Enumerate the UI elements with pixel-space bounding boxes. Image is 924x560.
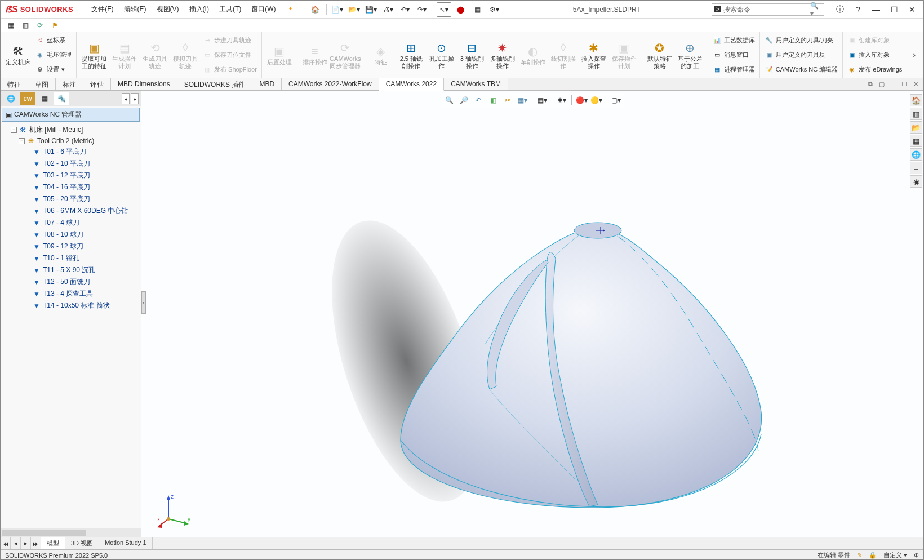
tab-evaluate[interactable]: 评估: [83, 78, 111, 90]
3ax-button[interactable]: ⊟3 轴铣削操作: [457, 33, 487, 77]
tree-machine[interactable]: − 🛠 机床 [Mill - Metric]: [3, 124, 139, 136]
btab-prev[interactable]: ◂: [11, 537, 21, 549]
tree-tool-item[interactable]: ▼T03 - 12 平底刀: [3, 170, 139, 181]
stock-button[interactable]: ◉毛坯管理: [33, 50, 74, 60]
coord-sys-button[interactable]: ↯坐标系: [33, 35, 74, 46]
search-box[interactable]: > 🔍▾: [712, 3, 824, 16]
tree-tool-item[interactable]: ▼T07 - 4 球刀: [3, 217, 139, 229]
25ax-button[interactable]: ⊞2.5 轴铣削操作: [396, 33, 427, 77]
tree-header[interactable]: ▣ CAMWorks NC 管理器: [2, 108, 140, 122]
doc-restore-icon[interactable]: ⧉: [866, 79, 875, 88]
fm-tab-cw[interactable]: cw: [20, 92, 35, 105]
nav-prev[interactable]: ◂: [122, 93, 130, 104]
print-icon[interactable]: 🖨▾: [381, 2, 396, 17]
menu-window[interactable]: 窗口(W): [247, 2, 280, 16]
doc-new-icon[interactable]: ▢: [877, 79, 886, 88]
fm-tab-operation[interactable]: ▦: [37, 92, 52, 105]
tree-crib[interactable]: − ✳ Tool Crib 2 (Metric): [3, 136, 139, 146]
tab-sketch[interactable]: 草图: [28, 78, 56, 90]
graphics-area[interactable]: › 🔍 🔎 ↶ ◧ ✂ ▦▾ ▦▾ ✹▾ 🔴▾ 🟡▾ ▢▾ 🏠 ▥ 📂 ▦ 🌐 …: [141, 91, 923, 537]
tree-tool-item[interactable]: ▼T08 - 10 球刀: [3, 229, 139, 241]
open-icon[interactable]: 📂▾: [347, 2, 362, 17]
view-triad[interactable]: z y x: [157, 491, 197, 530]
menu-help[interactable]: 🔸: [282, 2, 299, 16]
tab-annotation[interactable]: 标注: [56, 78, 83, 90]
menu-view[interactable]: 视图(V): [152, 2, 184, 16]
help-icon[interactable]: ?: [851, 3, 865, 16]
define-machine-button[interactable]: 🛠 定义机床: [3, 33, 33, 77]
tree-tool-item[interactable]: ▼T04 - 16 平底刀: [3, 181, 139, 193]
new-icon[interactable]: 📄▾: [330, 2, 345, 17]
record-icon[interactable]: ⬤: [454, 2, 468, 17]
tree-tool-item[interactable]: ▼T02 - 10 平底刀: [3, 158, 139, 170]
doc-maximize[interactable]: ☐: [900, 79, 909, 88]
default-strategy-button[interactable]: ✪默认特征策略: [645, 33, 675, 77]
save-icon[interactable]: 💾▾: [364, 2, 379, 17]
home-icon[interactable]: 🏠: [308, 2, 323, 17]
tree-tool-item[interactable]: ▼T14 - 10x50 标准 筒状: [3, 300, 139, 312]
select-icon[interactable]: ↖▾: [437, 2, 451, 17]
status-custom[interactable]: 自定义 ▾: [883, 551, 907, 559]
nced-button[interactable]: 📝CAMWorks NC 编辑器: [762, 64, 840, 75]
btab-next[interactable]: ▸: [21, 537, 31, 549]
btab-3dview[interactable]: 3D 视图: [65, 537, 99, 549]
fm-tab-design[interactable]: 🌐: [3, 92, 19, 105]
msg-button[interactable]: ▭消息窗口: [710, 50, 757, 60]
nav-next[interactable]: ▸: [131, 93, 139, 104]
tree-tool-item[interactable]: ▼T05 - 20 平底刀: [3, 193, 139, 205]
usertool-button[interactable]: 🔧用户定义的刀具/刀夹: [762, 35, 840, 46]
tab-cw-2022[interactable]: CAMWorks 2022: [379, 78, 444, 91]
undo-icon[interactable]: ↶▾: [398, 2, 412, 17]
fm-tab-toolcrib[interactable]: 🔩: [54, 92, 69, 105]
ribbon-expand-button[interactable]: ›: [907, 32, 921, 78]
inslib-button[interactable]: ▣插入库对象: [845, 50, 904, 60]
probe-button[interactable]: ✱插入探查操作: [579, 33, 609, 77]
doc-minimize[interactable]: —: [889, 79, 898, 88]
tree-tool-item[interactable]: ▼T12 - 50 面铣刀: [3, 276, 139, 288]
collapse-icon[interactable]: −: [19, 138, 25, 144]
tab-mbd[interactable]: MBD: [252, 78, 282, 90]
procmgr-button[interactable]: ▦进程管理器: [710, 64, 757, 75]
btab-model[interactable]: 模型: [41, 537, 65, 549]
btab-last[interactable]: ⏭: [31, 537, 41, 549]
tree-tool-item[interactable]: ▼T06 - 6MM X 60DEG 中心钻: [3, 205, 139, 217]
redo-icon[interactable]: ↷▾: [415, 2, 429, 17]
menu-file[interactable]: 文件(F): [87, 2, 118, 16]
doc-close[interactable]: ✕: [911, 79, 920, 88]
userblock-button[interactable]: ▣用户定义的刀具块: [762, 50, 840, 60]
user-icon[interactable]: ⓘ: [833, 3, 847, 16]
multi-button[interactable]: ✷多轴铣削操作: [487, 33, 518, 77]
tree-tool-item[interactable]: ▼T09 - 12 球刀: [3, 241, 139, 252]
tree-tool-item[interactable]: ▼T10 - 1 镗孔: [3, 252, 139, 264]
tree-tool-item[interactable]: ▼T11 - 5 X 90 沉孔: [3, 264, 139, 276]
extract-feature-button[interactable]: ▣ 提取可加工的特征: [79, 33, 109, 77]
status-unit-icon[interactable]: ⊕: [914, 552, 919, 559]
btab-first[interactable]: ⏮: [1, 537, 11, 549]
collapse-icon[interactable]: −: [11, 127, 17, 133]
tab-sw-addin[interactable]: SOLIDWORKS 插件: [177, 78, 253, 90]
tab-cw-workflow[interactable]: CAMWorks 2022-WorkFlow: [282, 78, 379, 90]
setup-button[interactable]: ⚙设置 ▾: [33, 64, 74, 75]
menu-tools[interactable]: 工具(T): [215, 2, 246, 16]
minimize-button[interactable]: —: [869, 3, 883, 16]
qb-icon-4[interactable]: ⚑: [49, 20, 60, 31]
tree-hscroll[interactable]: [1, 528, 141, 537]
hole-button[interactable]: ⊙孔加工操作: [427, 33, 457, 77]
tree-tool-item[interactable]: ▼T01 - 6 平底刀: [3, 146, 139, 158]
maximize-button[interactable]: ☐: [887, 3, 901, 16]
tab-feature[interactable]: 特征: [1, 78, 28, 90]
close-button[interactable]: ✕: [905, 3, 919, 16]
qb-icon-2[interactable]: ▥: [20, 20, 31, 31]
settings-icon[interactable]: ⚙▾: [487, 2, 502, 17]
search-input[interactable]: [723, 6, 808, 14]
edraw-button[interactable]: ◉发布 eDrawings: [845, 64, 904, 75]
btab-motion[interactable]: Motion Study 1: [99, 537, 152, 549]
qb-icon-1[interactable]: ▦: [5, 20, 16, 31]
search-icon[interactable]: 🔍▾: [810, 2, 821, 17]
tolerance-button[interactable]: ⊕基于公差的加工: [675, 33, 705, 77]
menu-insert[interactable]: 插入(I): [185, 2, 214, 16]
tab-cw-tbm[interactable]: CAMWorks TBM: [444, 78, 508, 90]
status-rebuild-icon[interactable]: ✎: [857, 552, 862, 559]
panel-icon[interactable]: ▦: [470, 2, 485, 17]
tree-tool-item[interactable]: ▼T13 - 4 探查工具: [3, 288, 139, 300]
